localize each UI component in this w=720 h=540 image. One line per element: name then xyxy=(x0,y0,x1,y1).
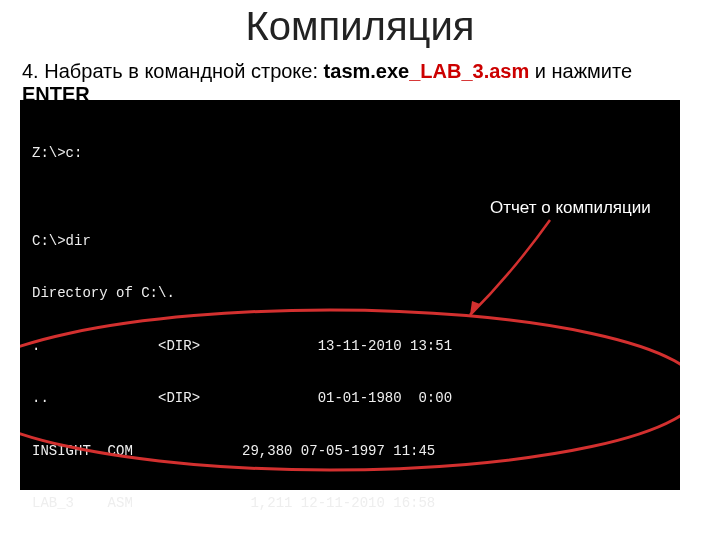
instruction-prefix: 4. Набрать в командной строке: xyxy=(22,60,324,82)
console-line: .. <DIR> 01-01-1980 0:00 xyxy=(32,390,668,408)
console-line: . <DIR> 13-11-2010 13:51 xyxy=(32,338,668,356)
page-title: Компиляция xyxy=(0,4,720,49)
console-line: INSIGHT COM 29,380 07-05-1997 11:45 xyxy=(32,443,668,461)
console-line: Z:\>c: xyxy=(32,145,668,163)
instruction-asm: _LAB_3.asm xyxy=(409,60,529,82)
slide: Компиляция 4. Набрать в командной строке… xyxy=(0,0,720,540)
console-window: Z:\>c: C:\>dir Directory of C:\. . <DIR>… xyxy=(20,100,680,490)
console-line: C:\>dir xyxy=(32,233,668,251)
instruction-suffix: и нажмите xyxy=(529,60,632,82)
console-line: LAB_3 ASM 1,211 12-11-2010 16:58 xyxy=(32,495,668,513)
annotation-label: Отчет о компиляции xyxy=(490,198,651,218)
console-line: Directory of C:\. xyxy=(32,285,668,303)
instruction-cmd: tasm.exe xyxy=(324,60,410,82)
